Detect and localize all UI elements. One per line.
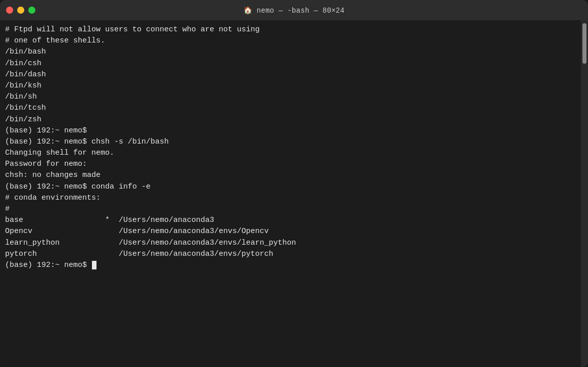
maximize-button[interactable]: [28, 7, 35, 14]
terminal-line: pytorch /Users/nemo/anaconda3/envs/pytor…: [5, 249, 576, 260]
terminal-line: #: [5, 204, 576, 215]
terminal-line: learn_python /Users/nemo/anaconda3/envs/…: [5, 238, 576, 249]
terminal-line: (base) 192:~ nemo$: [5, 260, 576, 271]
terminal-line: Password for nemo:: [5, 159, 576, 170]
terminal-line: # one of these shells.: [5, 35, 576, 47]
terminal-line: chsh: no changes made: [5, 170, 576, 181]
terminal-line: /bin/csh: [5, 58, 576, 69]
terminal-window: 🏠 nemo — -bash — 80×24 # Ftpd will not a…: [0, 0, 588, 367]
terminal-line: (base) 192:~ nemo$ conda info -e: [5, 181, 576, 193]
minimize-button[interactable]: [17, 7, 24, 14]
terminal-line: (base) 192:~ nemo$: [5, 125, 576, 136]
terminal-line: /bin/sh: [5, 91, 576, 103]
terminal-line: /bin/bash: [5, 47, 576, 58]
scrollbar-thumb[interactable]: [582, 23, 586, 64]
close-button[interactable]: [6, 7, 13, 14]
terminal-line: # Ftpd will not allow users to connect w…: [5, 24, 576, 35]
scrollbar[interactable]: [581, 20, 588, 367]
terminal-line: Opencv /Users/nemo/anaconda3/envs/Opencv: [5, 226, 576, 237]
terminal-line: base * /Users/nemo/anaconda3: [5, 215, 576, 226]
window-title: 🏠 nemo — -bash — 80×24: [243, 6, 345, 15]
traffic-lights: [6, 7, 35, 14]
content-area: # Ftpd will not allow users to connect w…: [0, 20, 588, 367]
terminal-line: (base) 192:~ nemo$ chsh -s /bin/bash: [5, 136, 576, 148]
titlebar: 🏠 nemo — -bash — 80×24: [0, 0, 588, 20]
terminal-line: /bin/zsh: [5, 114, 576, 125]
terminal-line: Changing shell for nemo.: [5, 148, 576, 159]
terminal-line: # conda environments:: [5, 193, 576, 204]
terminal-line: /bin/dash: [5, 69, 576, 80]
terminal-line: /bin/ksh: [5, 80, 576, 91]
terminal-line: /bin/tcsh: [5, 103, 576, 114]
cursor: [92, 261, 96, 269]
terminal-body[interactable]: # Ftpd will not allow users to connect w…: [0, 20, 581, 367]
